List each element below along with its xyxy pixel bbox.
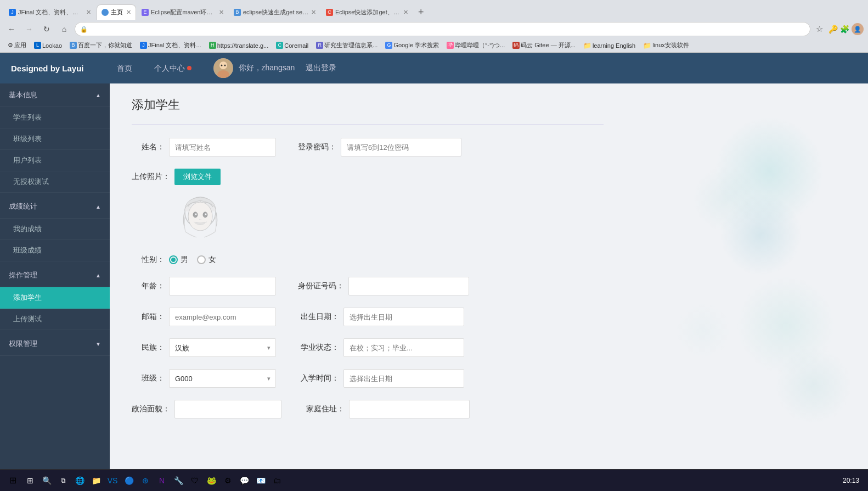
bookmark-baidu[interactable]: B 百度一下，你就知道 — [66, 40, 136, 51]
chevron-up-icon: ▲ — [95, 92, 101, 98]
nav-home[interactable]: 首页 — [106, 53, 143, 83]
name-label: 姓名： — [132, 142, 165, 152]
tab-eclipse2[interactable]: B eclipse快速生成get set_百度搜... ✕ — [229, 4, 320, 20]
gender-female[interactable]: 女 — [197, 255, 216, 265]
svg-point-4 — [224, 65, 226, 66]
sidebar-header-score[interactable]: 成绩统计 ▲ — [0, 195, 110, 219]
tab-close[interactable]: ✕ — [86, 9, 91, 16]
taskbar-icon-browser[interactable]: 🌐 — [72, 473, 87, 488]
bookmark-translate[interactable]: H https://translate.g... — [206, 41, 272, 50]
bookmark-coremail[interactable]: C Coremail — [273, 41, 312, 50]
bookmark-lookao[interactable]: L Lookao — [31, 41, 65, 50]
ethnicity-select[interactable]: 汉族 — [169, 338, 276, 357]
taskbar-icon-cortana[interactable]: ⊞ — [23, 473, 37, 488]
address-input[interactable]: 127.0.0.1:8080/login — [91, 25, 805, 33]
tab-close[interactable]: ✕ — [403, 9, 408, 16]
tab-home[interactable]: 主页 ✕ — [97, 4, 136, 20]
taskbar-icon-misc7[interactable]: 🗂 — [270, 473, 284, 488]
taskbar-icon-misc6[interactable]: 📧 — [253, 473, 268, 488]
field-birthday: 出生日期： — [298, 308, 464, 326]
bookmark-google[interactable]: G Google 学术搜索 — [382, 40, 442, 51]
field-age: 年龄： — [132, 277, 276, 295]
sidebar-item-user-list[interactable]: 用户列表 — [0, 150, 110, 171]
chevron-up-icon-score: ▲ — [95, 204, 101, 210]
bookmark-linux[interactable]: 📁 linux安装软件 — [640, 40, 692, 51]
tab-eclipse1[interactable]: E Eclipse配置maven环境 - 彩艳 - ✕ — [137, 4, 228, 20]
class-select-wrapper: G000 ▾ — [169, 369, 276, 388]
age-input[interactable] — [169, 277, 276, 295]
email-input[interactable] — [169, 308, 276, 326]
bookmark-gitee[interactable]: 码 码云 Gitee — 开源... — [509, 40, 579, 51]
political-label: 政治面貌： — [132, 404, 170, 414]
tab-close-home[interactable]: ✕ — [126, 9, 131, 16]
field-password: 登录密码： — [298, 138, 461, 157]
tab-jfinal[interactable]: J JFinal 文档、资料、学习、API、... ✕ — [4, 4, 95, 20]
tab-close[interactable]: ✕ — [219, 9, 224, 16]
star-icon[interactable]: ☆ — [814, 24, 825, 34]
address-input-field[interactable] — [349, 400, 470, 419]
sidebar-header-manage[interactable]: 操作管理 ▲ — [0, 264, 110, 287]
forward-button[interactable]: → — [22, 22, 36, 36]
field-email: 邮箱： — [132, 308, 276, 326]
taskbar-icon-search[interactable]: 🔍 — [40, 473, 54, 488]
sidebar-item-student-list[interactable]: 学生列表 — [0, 107, 110, 129]
enroll-input[interactable] — [343, 369, 464, 388]
name-input[interactable] — [169, 138, 276, 157]
browse-file-button[interactable]: 浏览文件 — [174, 169, 221, 185]
taskbar-icon-vscode[interactable]: VS — [105, 473, 120, 488]
sidebar-item-my-score[interactable]: 我的成绩 — [0, 219, 110, 240]
sidebar-item-add-student[interactable]: 添加学生 — [0, 287, 110, 309]
bookmark-apps[interactable]: ⚙应用 — [4, 40, 30, 51]
refresh-button[interactable]: ↻ — [40, 22, 54, 36]
logout-button[interactable]: 退出登录 — [306, 63, 336, 73]
tab-eclipse3[interactable]: C Eclipse快速添加get、set方法 - ✕ — [322, 4, 413, 20]
taskbar-icon-task-view[interactable]: ⧉ — [56, 473, 70, 488]
birthday-input[interactable] — [343, 308, 464, 326]
sidebar-item-upload-test[interactable]: 上传测试 — [0, 309, 110, 330]
bookmark-research[interactable]: R 研究生管理信息系... — [313, 40, 381, 51]
taskbar-icon-folder[interactable]: 📁 — [89, 473, 103, 488]
extension-icon[interactable]: 🧩 — [840, 25, 849, 34]
key-icon[interactable]: 🔑 — [828, 25, 838, 34]
form-row-class-enroll: 班级： G000 ▾ 入学时间： — [132, 369, 846, 388]
study-input[interactable] — [343, 338, 464, 357]
form-row-age-id: 年龄： 身份证号码： — [132, 277, 846, 295]
password-label: 登录密码： — [298, 142, 336, 152]
gender-male[interactable]: 男 — [169, 255, 188, 265]
email-label: 邮箱： — [132, 312, 165, 322]
taskbar-icon-chrome[interactable]: 🔵 — [122, 473, 136, 488]
class-select[interactable]: G000 — [169, 369, 276, 388]
taskbar-icon-misc2[interactable]: 🛡 — [188, 473, 202, 488]
bookmark-bilibili[interactable]: 哔 哔哩哔哩（°-°)つ... — [443, 40, 508, 51]
home-button[interactable]: ⌂ — [57, 22, 71, 36]
taskbar-icon-misc1[interactable]: 🔧 — [171, 473, 185, 488]
back-button[interactable]: ← — [4, 22, 19, 36]
greeting: 你好，zhangsan — [239, 63, 295, 73]
nav-personal-center[interactable]: 个人中心 — [143, 53, 202, 83]
political-input[interactable] — [174, 400, 281, 419]
radio-female-icon[interactable] — [197, 255, 206, 264]
sidebar-item-class-list[interactable]: 班级列表 — [0, 129, 110, 150]
radio-male-icon[interactable] — [169, 255, 178, 264]
taskbar-icon-misc3[interactable]: 🐸 — [204, 473, 218, 488]
svg-point-9 — [195, 214, 197, 215]
form-row-name-password: 姓名： 登录密码： — [132, 138, 846, 157]
bookmark-learning-english[interactable]: 📁 learning English — [580, 41, 639, 51]
new-tab-button[interactable]: + — [414, 4, 429, 20]
sidebar-item-no-auth-test[interactable]: 无授权测试 — [0, 171, 110, 193]
user-account-icon[interactable]: 👤 — [852, 23, 864, 35]
ethnicity-select-wrapper: 汉族 ▾ — [169, 338, 276, 357]
id-input[interactable] — [348, 277, 469, 295]
bookmark-jfinal[interactable]: J JFinal 文档、资料... — [137, 40, 205, 51]
taskbar-icon-misc4[interactable]: ⚙ — [221, 473, 235, 488]
sidebar-header-basic[interactable]: 基本信息 ▲ — [0, 83, 110, 107]
taskbar-icon-edge[interactable]: ⊕ — [138, 473, 153, 488]
taskbar-icon-misc5[interactable]: 💬 — [237, 473, 251, 488]
tab-close[interactable]: ✕ — [311, 9, 316, 16]
taskbar-icon-onenote[interactable]: N — [155, 473, 169, 488]
form-row-ethnicity-study: 民族： 汉族 ▾ 学业状态： — [132, 338, 846, 357]
sidebar-header-permission[interactable]: 权限管理 ▼ — [0, 332, 110, 356]
start-button[interactable]: ⊞ — [4, 472, 21, 489]
password-input[interactable] — [341, 138, 461, 157]
sidebar-item-class-score[interactable]: 班级成绩 — [0, 240, 110, 261]
